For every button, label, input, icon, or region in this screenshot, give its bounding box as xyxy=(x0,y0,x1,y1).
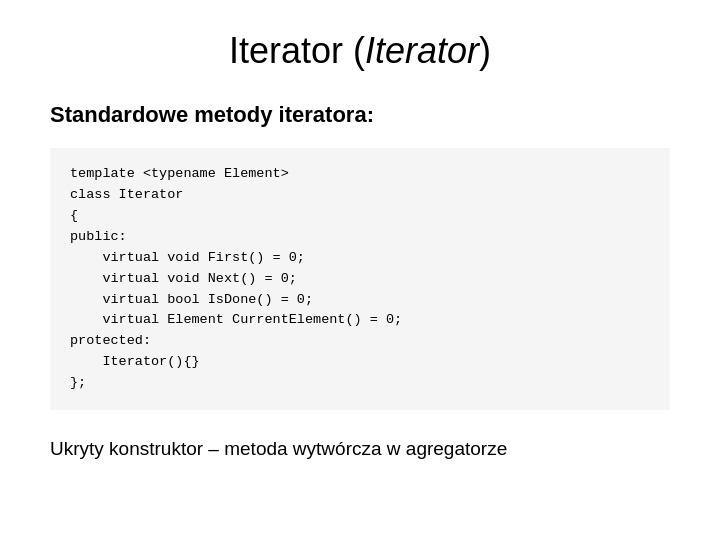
code-block: template <typename Element> class Iterat… xyxy=(50,148,670,410)
title-plain-text: Iterator ( xyxy=(229,30,365,71)
slide-title: Iterator (Iterator) xyxy=(50,30,670,72)
footer-text: Ukryty konstruktor – metoda wytwórcza w … xyxy=(50,438,670,460)
title-italic-text: Iterator xyxy=(365,30,479,71)
title-close-paren: ) xyxy=(479,30,491,71)
section-heading: Standardowe metody iteratora: xyxy=(50,102,670,128)
slide-container: Iterator (Iterator) Standardowe metody i… xyxy=(0,0,720,540)
